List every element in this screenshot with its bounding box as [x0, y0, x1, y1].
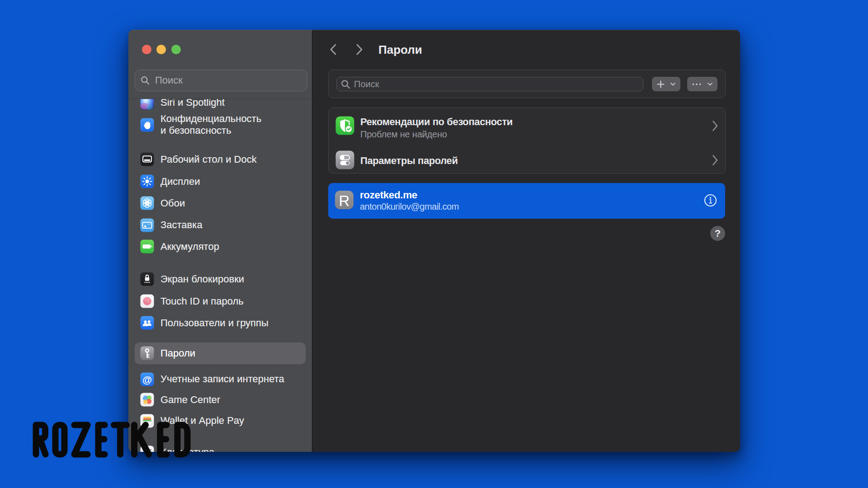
- svg-text:@: @: [142, 374, 152, 385]
- svg-text:R: R: [339, 192, 350, 209]
